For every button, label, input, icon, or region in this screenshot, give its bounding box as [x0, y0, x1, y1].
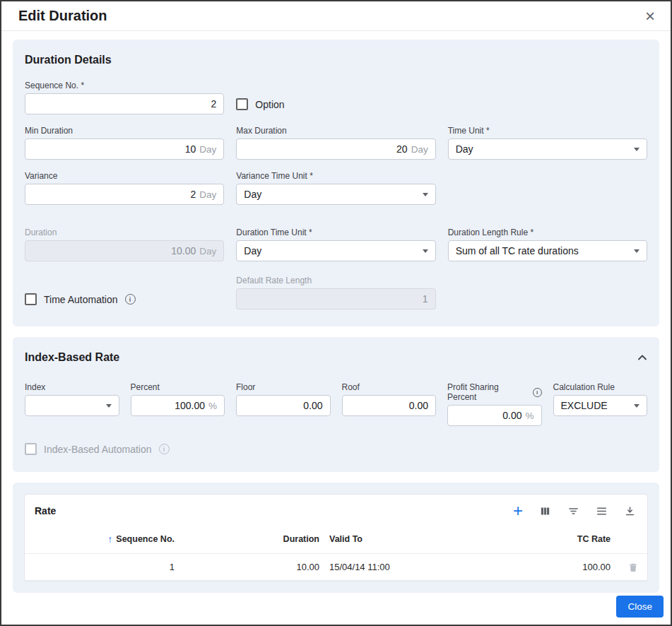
variance-time-unit-label: Variance Time Unit *: [236, 171, 435, 181]
info-icon: i: [159, 444, 170, 454]
duration-time-unit-field-group: Duration Time Unit * Day: [236, 228, 435, 261]
default-rate-length-label: Default Rate Length: [236, 276, 435, 285]
rate-card: Rate +: [24, 494, 648, 581]
variance-time-unit-field-group: Variance Time Unit * Day: [236, 171, 435, 205]
duration-suffix: Day: [199, 246, 216, 256]
rate-panel: Rate +: [13, 483, 659, 593]
rate-heading: Rate: [35, 505, 56, 516]
close-button[interactable]: Close: [616, 596, 664, 618]
chevron-down-icon: [634, 249, 639, 253]
max-duration-suffix: Day: [411, 144, 428, 155]
rate-col-valid-to[interactable]: Valid To: [319, 534, 494, 544]
calculation-rule-select[interactable]: EXCLUDE: [553, 395, 648, 416]
rate-col-sequence-no-label: Sequence No.: [116, 534, 175, 544]
min-duration-input[interactable]: 10 Day: [25, 138, 224, 160]
delete-row-icon[interactable]: [627, 562, 639, 573]
calculation-rule-value: EXCLUDE: [561, 400, 608, 411]
rate-col-tc-rate[interactable]: TC Rate: [494, 534, 611, 544]
min-duration-value: 10: [185, 143, 196, 155]
index-based-automation-row: Index-Based Automation i: [25, 443, 647, 455]
duration-length-rule-value: Sum of all TC rate durations: [456, 245, 579, 256]
max-duration-field-group: Max Duration 20 Day: [236, 126, 435, 160]
rate-toolbar: +: [513, 504, 636, 517]
sequence-no-label: Sequence No. *: [25, 81, 224, 90]
variance-time-unit-select[interactable]: Day: [236, 184, 435, 205]
profit-sharing-label-text: Profit Sharing Percent: [447, 382, 530, 402]
time-unit-label: Time Unit *: [448, 126, 647, 136]
time-unit-value: Day: [456, 143, 473, 155]
duration-details-heading: Duration Details: [25, 54, 647, 66]
duration-length-rule-select[interactable]: Sum of all TC rate durations: [448, 240, 647, 261]
sequence-no-field-group: Sequence No. * 2: [25, 81, 224, 114]
variance-suffix: Day: [199, 189, 216, 200]
chevron-down-icon: [423, 193, 428, 196]
floor-field-group: Floor 0.00: [236, 382, 331, 426]
default-rate-length-input: 1: [236, 288, 435, 309]
sequence-no-input[interactable]: 2: [25, 93, 224, 114]
cell-duration: 10.00: [175, 562, 319, 572]
columns-icon[interactable]: [539, 505, 551, 517]
sort-ascending-icon[interactable]: ↑: [107, 533, 112, 545]
edit-duration-dialog: Edit Duration × Duration Details Sequenc…: [0, 0, 672, 626]
floor-value: 0.00: [303, 400, 322, 411]
profit-sharing-input[interactable]: 0.00 %: [447, 405, 542, 426]
floor-label: Floor: [236, 382, 331, 392]
floor-input[interactable]: 0.00: [236, 395, 331, 416]
info-icon[interactable]: i: [533, 388, 542, 397]
max-duration-label: Max Duration: [236, 126, 435, 136]
variance-input[interactable]: 2 Day: [25, 184, 224, 205]
download-icon[interactable]: [624, 505, 636, 517]
duration-value: 10.00: [171, 245, 196, 256]
max-duration-value: 20: [396, 143, 408, 155]
index-select[interactable]: [25, 395, 119, 416]
sequence-no-value: 2: [211, 98, 217, 110]
cell-valid-to: 15/04/14 11:00: [319, 562, 494, 572]
duration-time-unit-label: Duration Time Unit *: [236, 228, 435, 237]
duration-time-unit-value: Day: [244, 245, 261, 256]
close-icon[interactable]: ×: [645, 8, 655, 25]
percent-value: 100.00: [175, 400, 205, 411]
chevron-down-icon: [634, 404, 639, 408]
chevron-down-icon: [423, 249, 428, 253]
index-based-rate-panel: Index-Based Rate Index Percent 100.00: [13, 337, 659, 472]
profit-sharing-value: 0.00: [502, 410, 521, 421]
dialog-title: Edit Duration: [18, 8, 107, 24]
row-density-icon[interactable]: [596, 505, 608, 517]
index-based-rate-heading: Index-Based Rate: [25, 351, 119, 364]
max-duration-input[interactable]: 20 Day: [236, 138, 435, 160]
duration-time-unit-select[interactable]: Day: [236, 240, 435, 261]
cell-tc-rate: 100.00: [494, 562, 611, 572]
profit-sharing-suffix: %: [525, 411, 534, 421]
rate-col-sequence-no[interactable]: ↑ Sequence No.: [33, 533, 175, 545]
dialog-body: Duration Details Sequence No. * 2 Option: [1, 31, 671, 593]
roof-input[interactable]: 0.00: [342, 395, 437, 416]
time-unit-select[interactable]: Day: [448, 138, 647, 160]
variance-time-unit-value: Day: [244, 189, 261, 200]
dialog-footer: Close: [616, 596, 664, 618]
duration-input: 10.00 Day: [25, 240, 224, 261]
chevron-up-icon[interactable]: [637, 354, 647, 361]
duration-length-rule-field-group: Duration Length Rule * Sum of all TC rat…: [448, 228, 647, 261]
variance-field-group: Variance 2 Day: [25, 171, 224, 205]
filter-icon[interactable]: [567, 505, 579, 517]
add-rate-icon[interactable]: +: [513, 504, 523, 517]
time-automation-checkbox[interactable]: [25, 293, 37, 305]
variance-value: 2: [191, 189, 196, 200]
roof-field-group: Roof 0.00: [342, 382, 437, 426]
calculation-rule-field-group: Calculation Rule EXCLUDE: [553, 382, 648, 426]
percent-field-group: Percent 100.00 %: [131, 382, 225, 426]
percent-label: Percent: [131, 382, 225, 392]
index-based-automation-checkbox: [25, 443, 37, 455]
time-unit-field-group: Time Unit * Day: [448, 126, 647, 160]
option-checkbox-label: Option: [255, 99, 284, 110]
time-automation-label: Time Automation: [44, 294, 118, 305]
percent-input[interactable]: 100.00 %: [131, 395, 225, 416]
option-checkbox[interactable]: [236, 98, 248, 110]
chevron-down-icon: [106, 404, 112, 408]
info-icon[interactable]: i: [125, 294, 136, 305]
table-row[interactable]: 1 10.00 15/04/14 11:00 100.00: [25, 554, 647, 581]
rate-col-duration[interactable]: Duration: [175, 534, 319, 544]
profit-sharing-label: Profit Sharing Percent i: [447, 382, 542, 402]
rate-table-header: ↑ Sequence No. Duration Valid To TC Rate: [25, 524, 647, 554]
index-label: Index: [25, 382, 119, 392]
